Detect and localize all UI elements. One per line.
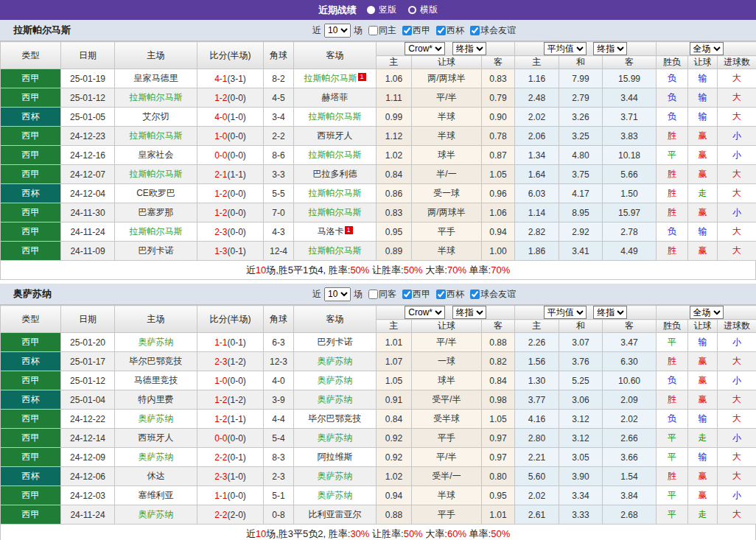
- radio-horizontal-layout[interactable]: 横版: [408, 4, 438, 16]
- odds-company-select[interactable]: Crow*: [405, 306, 445, 319]
- handicap-controls: Crow* 终指: [377, 42, 515, 56]
- league-friendly-checkbox[interactable]: [470, 290, 480, 299]
- result-goals-cell: 大: [718, 69, 756, 88]
- handicap-away-odds: 1.06: [482, 203, 515, 222]
- result-wdl-cell: 平: [657, 505, 688, 525]
- average-select[interactable]: 平均值: [544, 306, 587, 319]
- league-type-cell: 西甲: [1, 486, 61, 505]
- date-cell: 24-12-16: [61, 146, 115, 165]
- handicap-final-select[interactable]: 终指: [452, 306, 486, 319]
- avg-away-odds: 1.50: [603, 184, 657, 203]
- half-time-score: (0-1): [228, 246, 246, 256]
- half-time-score: (1-1): [228, 414, 246, 424]
- fulltime-select[interactable]: 全场: [690, 42, 724, 55]
- col-result-wdl: 胜负: [657, 320, 688, 333]
- odds-company-select[interactable]: Crow*: [405, 42, 445, 55]
- score-cell: 4-1(3-1): [197, 69, 264, 88]
- away-team-cell: 奥萨苏纳: [294, 352, 377, 371]
- result-handicap-cell: 赢: [688, 467, 718, 486]
- col-avg-away: 客: [603, 56, 657, 69]
- col-let-line: 让球: [412, 56, 482, 69]
- avg-away-odds: 3.47: [603, 333, 657, 352]
- home-team-cell: 休达: [115, 467, 197, 486]
- result-wdl-cell: 平: [657, 429, 688, 448]
- date-cell: 25-01-12: [61, 371, 115, 390]
- col-result-handicap: 让球: [688, 320, 718, 333]
- radio-vertical-layout[interactable]: 竖版: [367, 4, 396, 16]
- team-name: 拉斯帕尔马斯: [130, 130, 183, 141]
- col-corner: 角球: [264, 42, 294, 69]
- result-wdl-cell: 胜: [657, 203, 688, 222]
- team-name: 比利亚雷亚尔: [309, 509, 362, 519]
- corner-cell: 2-2: [264, 127, 294, 146]
- team-section: 奥萨苏纳 近 10 场 同客 西甲 西杯 球会友谊 类型 日期 主场 比分(半: [0, 284, 756, 540]
- average-select[interactable]: 平均值: [544, 42, 587, 55]
- league-copa-checkbox[interactable]: [436, 26, 446, 35]
- result-wdl-cell: 胜: [657, 165, 688, 184]
- recent-count-select[interactable]: 10: [324, 287, 351, 301]
- league-laliga-label: 西甲: [413, 288, 430, 301]
- team-name: 马德里竞技: [134, 375, 178, 385]
- match-row: 西甲24-12-14西班牙人0-0(0-0)5-4奥萨苏纳0.92平手0.972…: [1, 429, 756, 448]
- league-friendly-checkbox[interactable]: [470, 26, 480, 35]
- away-team-cell: 奥萨苏纳: [294, 467, 377, 486]
- full-time-score: 2-1: [214, 169, 227, 180]
- league-laliga-checkbox[interactable]: [402, 290, 412, 299]
- same-venue-label: 同客: [379, 288, 396, 301]
- handicap-home-odds: 0.86: [377, 184, 412, 203]
- home-team-cell: 西班牙人: [115, 429, 197, 448]
- league-laliga-checkbox[interactable]: [402, 26, 412, 35]
- team-name-heading: 奥萨苏纳: [0, 287, 52, 301]
- league-type-cell: 西甲: [1, 505, 61, 525]
- average-final-select[interactable]: 终指: [593, 42, 627, 55]
- away-team-cell: 毕尔巴鄂竞技: [294, 410, 377, 429]
- half-time-score: (0-0): [228, 227, 246, 237]
- result-goals-cell: 大: [718, 467, 756, 486]
- result-wdl-cell: 负: [657, 410, 688, 429]
- league-friendly-label: 球会友谊: [480, 288, 516, 301]
- half-time-score: (0-0): [228, 93, 246, 103]
- fulltime-select[interactable]: 全场: [690, 306, 724, 319]
- league-type-cell: 西甲: [1, 448, 61, 467]
- avg-draw-odds: 3.76: [559, 352, 603, 371]
- result-wdl-cell: 负: [657, 371, 688, 390]
- full-time-score: 1-2: [214, 414, 227, 424]
- result-wdl-cell: 胜: [657, 390, 688, 410]
- recent-count-select[interactable]: 10: [324, 24, 351, 38]
- full-time-score: 4-0: [214, 112, 227, 122]
- date-cell: 25-01-17: [61, 352, 115, 371]
- col-away: 客场: [294, 42, 377, 69]
- handicap-away-odds: 0.96: [482, 184, 515, 203]
- handicap-line: 半球: [412, 242, 482, 261]
- same-venue-checkbox[interactable]: [368, 290, 378, 299]
- score-cell: 1-0(0-0): [197, 371, 264, 390]
- avg-home-odds: 4.16: [515, 410, 559, 429]
- date-cell: 24-11-30: [61, 203, 115, 222]
- handicap-away-odds: 0.83: [482, 69, 515, 88]
- league-type-cell: 西甲: [1, 146, 61, 165]
- league-type-cell: 西甲: [1, 242, 61, 261]
- avg-draw-odds: 3.75: [559, 165, 603, 184]
- league-type-cell: 西杯: [1, 184, 61, 203]
- handicap-line: 受平/半: [412, 390, 482, 410]
- handicap-line: 半球: [412, 127, 482, 146]
- result-handicap-cell: 输: [688, 333, 718, 352]
- result-handicap-cell: 赢: [688, 146, 718, 165]
- league-copa-checkbox[interactable]: [436, 290, 446, 299]
- date-cell: 24-12-22: [61, 410, 115, 429]
- handicap-away-odds: 0.80: [482, 467, 515, 486]
- team-name: 奥萨苏纳: [139, 452, 174, 462]
- league-type-cell: 西杯: [1, 352, 61, 371]
- average-final-select[interactable]: 终指: [593, 306, 627, 319]
- same-venue-label: 同主: [379, 24, 396, 37]
- summary-text: 50%: [404, 264, 423, 276]
- handicap-home-odds: 0.88: [377, 505, 412, 525]
- score-cell: 1-2(1-2): [197, 390, 264, 410]
- handicap-away-odds: 0.90: [482, 108, 515, 127]
- handicap-final-select[interactable]: 终指: [452, 42, 486, 55]
- result-goals-cell: 大: [718, 242, 756, 261]
- full-time-score: 1-1: [214, 491, 227, 501]
- home-team-cell: 马德里竞技: [115, 371, 197, 390]
- team-name: 拉斯帕尔马斯: [130, 92, 183, 102]
- same-venue-checkbox[interactable]: [368, 26, 378, 35]
